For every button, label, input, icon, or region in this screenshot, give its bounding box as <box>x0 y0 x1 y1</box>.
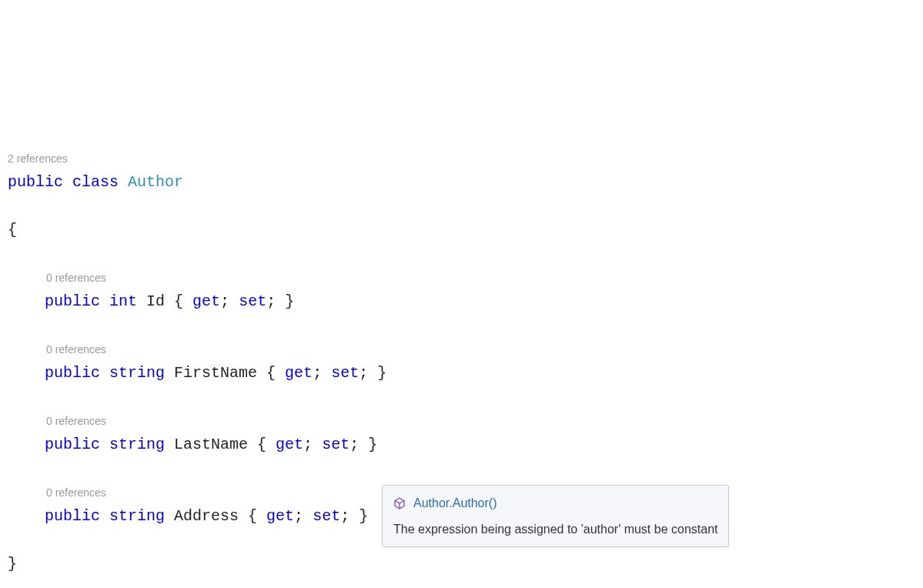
keyword-get: get <box>192 292 220 310</box>
identifier-id: Id <box>146 292 165 310</box>
keyword-get: get <box>266 507 294 525</box>
type-author: Author <box>128 173 183 191</box>
keyword-public: public <box>45 507 100 525</box>
codelens-lastname[interactable]: 0 references <box>8 412 106 427</box>
keyword-set: set <box>331 364 359 382</box>
codelens-address[interactable]: 0 references <box>8 483 106 499</box>
error-tooltip: Author.Author() The expression being ass… <box>382 485 729 547</box>
code-line[interactable]: { <box>8 218 915 242</box>
keyword-set: set <box>313 507 340 525</box>
codelens-firstname[interactable]: 0 references <box>8 340 106 356</box>
keyword-string: string <box>109 436 165 453</box>
code-line[interactable]: public class Author <box>8 170 915 194</box>
brace-open: { <box>8 221 17 239</box>
keyword-int: int <box>109 292 137 310</box>
keyword-set: set <box>322 436 349 453</box>
keyword-public: public <box>45 364 100 382</box>
codelens-author-class[interactable]: 2 references <box>8 149 68 165</box>
code-line[interactable]: public int Id { get; set; } <box>8 289 915 313</box>
keyword-class: class <box>72 173 119 191</box>
keyword-get: get <box>285 364 313 382</box>
keyword-string: string <box>109 507 165 525</box>
keyword-public: public <box>45 292 100 310</box>
identifier-address: Address <box>174 507 239 525</box>
method-icon <box>393 497 406 509</box>
keyword-public: public <box>45 436 100 453</box>
keyword-public: public <box>8 173 63 191</box>
keyword-get: get <box>276 436 303 453</box>
code-line[interactable]: } <box>8 552 915 576</box>
code-line[interactable]: public string LastName { get; set; } <box>8 433 915 456</box>
tooltip-message: The expression being assigned to 'author… <box>393 520 717 540</box>
identifier-firstname: FirstName <box>174 364 257 382</box>
identifier-lastname: LastName <box>174 436 248 453</box>
code-line[interactable]: public string FirstName { get; set; } <box>8 361 915 385</box>
tooltip-signature: Author.Author() <box>413 493 497 513</box>
codelens-id[interactable]: 0 references <box>8 269 106 284</box>
keyword-set: set <box>239 292 266 310</box>
keyword-string: string <box>109 364 165 382</box>
brace-close: } <box>8 555 17 573</box>
